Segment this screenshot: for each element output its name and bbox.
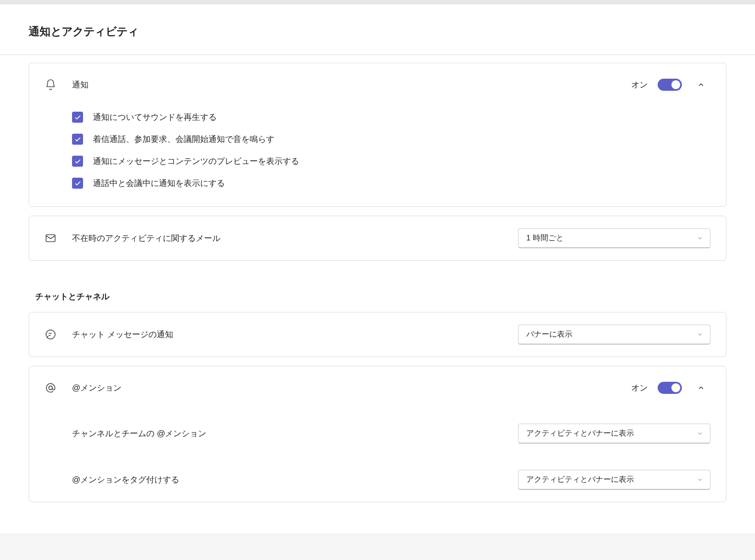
checkbox-row: 通話中と会議中に通知を表示にする [72,172,710,194]
window-topbar [0,0,755,4]
missed-activity-label: 不在時のアクティビティに関するメール [72,233,518,244]
svg-point-4 [49,386,52,389]
incoming-call-sound-label: 着信通話、参加要求、会議開始通知で音を鳴らす [93,134,274,145]
page-title: 通知とアクティビティ [29,24,726,39]
during-call-checkbox[interactable] [72,178,83,189]
chevron-down-icon [697,476,703,483]
chevron-down-icon [697,235,703,241]
channel-team-mention-label: チャンネルとチームの @メンション [72,429,206,439]
notifications-card: 通知 オン 通知についてサウンドを再生する [29,63,726,207]
page-header: 通知とアクティビティ [0,4,755,55]
chat-notify-select[interactable]: バナーに表示 [518,325,710,344]
chat-notify-controls: バナーに表示 [518,325,710,344]
check-icon [74,114,81,121]
notifications-body: 通知についてサウンドを再生する 着信通話、参加要求、会議開始通知で音を鳴らす 通… [29,106,726,206]
preview-checkbox[interactable] [72,156,83,167]
check-icon [74,158,81,165]
during-call-label: 通話中と会議中に通知を表示にする [93,178,225,189]
chat-icon [45,328,72,341]
mentions-collapse-button[interactable] [692,378,710,397]
notifications-toggle-label: オン [631,80,648,90]
mention-sub-row: @メンションをタグ付けする アクティビティとバナーに表示 [29,455,726,502]
chevron-down-icon [697,430,703,437]
notifications-header-row: 通知 オン [29,63,726,106]
chat-notify-select-value: バナーに表示 [526,330,572,339]
tag-mention-select-value: アクティビティとバナーに表示 [526,475,634,485]
chat-section-heading: チャットとチャネル [29,270,726,312]
notifications-controls: オン [631,75,710,94]
mail-icon [45,232,72,244]
notifications-collapse-button[interactable] [692,75,710,94]
play-sound-label: 通知についてサウンドを再生する [93,112,217,123]
missed-activity-select[interactable]: 1 時間ごと [518,228,710,248]
channel-team-mention-select[interactable]: アクティビティとバナーに表示 [518,424,710,443]
mentions-toggle[interactable] [658,382,682,394]
missed-activity-select-value: 1 時間ごと [526,233,564,243]
mention-sub-row: チャンネルとチームの @メンション アクティビティとバナーに表示 [29,409,726,455]
svg-rect-0 [46,235,56,242]
missed-activity-row: 不在時のアクティビティに関するメール 1 時間ごと [29,216,726,260]
mentions-header-row: @メンション オン [29,366,726,409]
content-area: 通知 オン 通知についてサウンドを再生する [0,55,755,502]
check-icon [74,180,81,187]
mentions-toggle-label: オン [631,383,648,393]
chat-notify-label: チャット メッセージの通知 [72,330,518,340]
mentions-card: @メンション オン チャンネルとチームの @メンション アクティビティとバナーに… [29,366,726,502]
bell-icon [45,79,72,91]
settings-page: 通知とアクティビティ 通知 オン [0,4,755,533]
notifications-label: 通知 [72,80,631,90]
checkbox-row: 通知についてサウンドを再生する [72,106,710,128]
tag-mention-select[interactable]: アクティビティとバナーに表示 [518,470,710,490]
incoming-call-sound-checkbox[interactable] [72,134,83,145]
chat-notify-card: チャット メッセージの通知 バナーに表示 [29,312,726,357]
chevron-up-icon [697,384,705,392]
preview-label: 通知にメッセージとコンテンツのプレビューを表示する [93,156,299,167]
missed-activity-controls: 1 時間ごと [518,228,710,248]
mentions-controls: オン [631,378,710,397]
channel-team-mention-select-value: アクティビティとバナーに表示 [526,429,634,438]
play-sound-checkbox[interactable] [72,112,83,123]
checkbox-row: 通知にメッセージとコンテンツのプレビューを表示する [72,150,710,172]
chat-notify-row: チャット メッセージの通知 バナーに表示 [29,312,726,356]
checkbox-row: 着信通話、参加要求、会議開始通知で音を鳴らす [72,128,710,150]
chevron-down-icon [697,331,703,338]
notifications-toggle[interactable] [658,79,682,91]
chevron-up-icon [697,81,705,89]
mentions-label: @メンション [72,383,631,393]
tag-mention-label: @メンションをタグ付けする [72,475,179,485]
at-icon [45,382,72,394]
check-icon [74,136,81,143]
missed-activity-card: 不在時のアクティビティに関するメール 1 時間ごと [29,216,726,261]
